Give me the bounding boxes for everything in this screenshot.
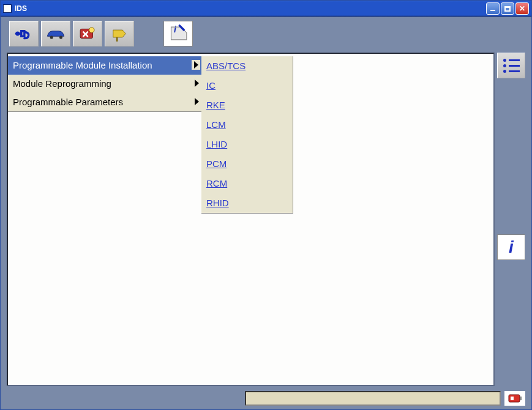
submenu-link[interactable]: RKE: [206, 100, 225, 110]
info-button[interactable]: i: [497, 234, 525, 260]
status-bar: [3, 391, 529, 407]
list-view-button[interactable]: [497, 53, 525, 78]
minimize-icon: [490, 10, 495, 11]
menu-item-pmi[interactable]: Programmable Module Installation: [8, 56, 201, 75]
submenu-item[interactable]: RHID: [201, 193, 293, 213]
svg-point-0: [15, 32, 20, 36]
submenu-item[interactable]: RKE: [201, 95, 293, 115]
submenu-item[interactable]: RCM: [201, 174, 293, 193]
connect-tool-button[interactable]: [9, 21, 39, 47]
app-window: IDS ✕: [0, 0, 532, 410]
submenu-item[interactable]: IC: [201, 76, 293, 95]
tag-tool-button[interactable]: i: [163, 21, 193, 47]
list-icon: [503, 59, 520, 73]
car-icon: [45, 24, 66, 43]
menu-item-reprogramming[interactable]: Module Reprogramming: [8, 75, 201, 93]
window-buttons: ✕: [486, 2, 529, 15]
arrow-sign-icon: [109, 24, 130, 43]
vehicle-tool-button[interactable]: [41, 21, 70, 47]
vcm-device-icon: [508, 393, 522, 403]
submenu-link[interactable]: ABS/TCS: [206, 61, 245, 71]
client-area: i Programmable Module Installation Modul…: [1, 17, 531, 409]
submenu-link[interactable]: PCM: [206, 158, 227, 169]
status-message-field: [245, 391, 501, 406]
maximize-icon: [504, 6, 511, 12]
info-icon: i: [509, 237, 514, 257]
tag-info-icon: i: [164, 21, 192, 45]
svg-point-1: [50, 35, 53, 39]
submenu-item[interactable]: LHID: [201, 135, 293, 154]
submenu-link[interactable]: LHID: [206, 139, 227, 149]
window-title: IDS: [15, 4, 486, 13]
tool-card-icon: [77, 24, 98, 43]
submenu-arrow-icon: [195, 98, 199, 105]
plug-icon: [13, 24, 34, 43]
submenu-arrow-icon: [192, 60, 200, 70]
svg-point-4: [89, 28, 95, 33]
menu-item-label: Module Reprogramming: [13, 78, 111, 89]
maximize-button[interactable]: [501, 2, 514, 15]
submenu-arrow-icon: [195, 80, 199, 87]
main-content-row: Programmable Module Installation Module …: [3, 53, 529, 389]
toolbar: i: [3, 20, 529, 50]
submenu-link[interactable]: RCM: [206, 178, 227, 188]
svg-rect-7: [509, 395, 520, 402]
menu-item-label: Programmable Parameters: [13, 97, 123, 107]
content-panel: Programmable Module Installation Module …: [7, 53, 495, 386]
app-icon: [3, 4, 12, 13]
device-status-icon-box[interactable]: [504, 391, 525, 406]
menu-item-parameters[interactable]: Programmable Parameters: [8, 93, 201, 111]
svg-rect-5: [116, 37, 118, 42]
submenu-link[interactable]: RHID: [206, 198, 229, 208]
module-config-tool-button[interactable]: [73, 21, 102, 47]
menu-item-label: Programmable Module Installation: [13, 60, 152, 70]
submenu-link[interactable]: IC: [206, 80, 215, 91]
right-sidebar: i: [497, 53, 525, 386]
submenu-link[interactable]: LCM: [206, 119, 226, 130]
traffic-tool-button[interactable]: [105, 21, 134, 47]
minimize-button[interactable]: [486, 2, 500, 15]
svg-rect-8: [511, 397, 514, 400]
submenu-item[interactable]: LCM: [201, 115, 293, 135]
submenu-item[interactable]: PCM: [201, 154, 293, 174]
svg-rect-9: [520, 397, 522, 400]
submenu-item[interactable]: ABS/TCS: [201, 56, 293, 76]
close-icon: ✕: [519, 4, 525, 13]
title-bar[interactable]: IDS ✕: [1, 1, 531, 17]
close-button[interactable]: ✕: [515, 2, 529, 15]
module-submenu: ABS/TCS IC RKE LCM LHID PCM RCM RHID: [201, 56, 293, 214]
svg-point-2: [59, 35, 62, 39]
primary-menu: Programmable Module Installation Module …: [8, 56, 201, 112]
